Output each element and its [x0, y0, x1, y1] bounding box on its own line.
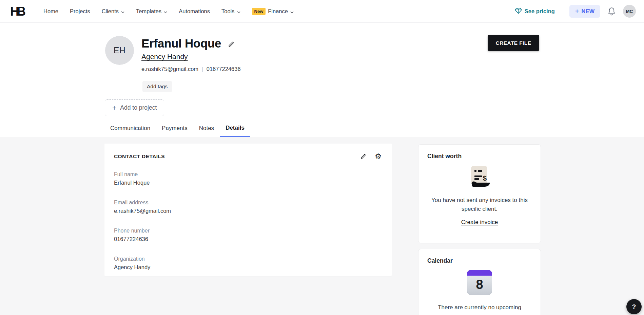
- gem-icon: [515, 7, 522, 15]
- honeybook-logo[interactable]: HB: [10, 4, 24, 19]
- field-value: 01677224636: [114, 236, 382, 242]
- nav-item-templates[interactable]: Templates: [136, 8, 167, 15]
- top-navigation: HB Home Projects Clients Templates Autom…: [0, 0, 644, 23]
- calendar-card: Calendar 8 There are currently no upcomi…: [418, 249, 541, 315]
- nav-item-label: Home: [43, 8, 58, 15]
- client-worth-message: You have not sent any invoices to this s…: [427, 196, 532, 213]
- nav-item-label: Templates: [136, 8, 161, 15]
- user-avatar[interactable]: MC: [623, 5, 636, 18]
- edit-name-pencil-icon[interactable]: [227, 40, 235, 48]
- field-label: Full name: [114, 171, 382, 178]
- edit-contact-pencil-icon[interactable]: [359, 152, 367, 161]
- client-worth-title: Client worth: [427, 153, 532, 160]
- contact-details-title: CONTACT DETAILS: [114, 153, 165, 160]
- calendar-icon-top-bar: [467, 270, 492, 276]
- contact-settings-gear-icon[interactable]: ⚙: [374, 152, 382, 161]
- nav-item-tools[interactable]: Tools: [221, 8, 240, 15]
- nav-item-clients[interactable]: Clients: [102, 8, 124, 15]
- separator: |: [202, 67, 203, 72]
- tab-communication[interactable]: Communication: [110, 125, 150, 137]
- nav-actions: See pricing + NEW MC: [515, 5, 636, 18]
- help-button[interactable]: ?: [626, 299, 642, 314]
- tab-notes[interactable]: Notes: [199, 125, 214, 137]
- notifications-bell-icon[interactable]: [607, 7, 616, 16]
- add-to-project-button[interactable]: + Add to project: [105, 99, 164, 116]
- client-name: Erfanul Hoque: [141, 37, 221, 50]
- tab-details[interactable]: Details: [220, 125, 250, 137]
- add-to-project-label: Add to project: [120, 104, 157, 111]
- field-full-name: Full name Erfanul Hoque: [114, 171, 382, 186]
- see-pricing-label: See pricing: [525, 8, 555, 15]
- tab-payments[interactable]: Payments: [162, 125, 188, 137]
- field-label: Organization: [114, 256, 382, 262]
- calendar-title: Calendar: [427, 257, 532, 264]
- chevron-down-icon: [237, 8, 240, 15]
- see-pricing-link[interactable]: See pricing: [515, 7, 555, 15]
- nav-item-automations[interactable]: Automations: [179, 8, 210, 15]
- chevron-down-icon: [290, 8, 294, 15]
- nav-item-label: Projects: [70, 8, 90, 15]
- chevron-down-icon: [164, 8, 167, 15]
- new-badge: New: [252, 8, 266, 15]
- calendar-message: There are currently no upcoming: [427, 303, 532, 312]
- details-content: CONTACT DETAILS ⚙ Full name Erfanul Hoqu…: [0, 137, 644, 315]
- svg-text:$: $: [483, 174, 487, 182]
- nav-item-home[interactable]: Home: [43, 8, 58, 15]
- client-email: e.rashik75@gmail.com: [141, 66, 198, 72]
- new-button[interactable]: + NEW: [569, 5, 600, 18]
- chevron-down-icon: [121, 8, 124, 15]
- field-value: Erfanul Hoque: [114, 180, 382, 186]
- create-file-button[interactable]: CREATE FILE: [488, 35, 539, 51]
- nav-item-label: Tools: [221, 8, 235, 15]
- field-value: Agency Handy: [114, 264, 382, 271]
- client-contact-line: e.rashik75@gmail.com | 01677224636: [141, 66, 241, 72]
- field-phone-number: Phone number 01677224636: [114, 228, 382, 242]
- field-value: e.rashik75@gmail.com: [114, 208, 382, 214]
- nav-menu: Home Projects Clients Templates Automati…: [43, 8, 294, 15]
- nav-item-finance[interactable]: New Finance: [252, 8, 294, 15]
- nav-item-projects[interactable]: Projects: [70, 8, 90, 15]
- contact-details-card: CONTACT DETAILS ⚙ Full name Erfanul Hoqu…: [104, 144, 392, 276]
- client-worth-card: Client worth $ You have not sent any inv…: [418, 144, 541, 243]
- client-avatar: EH: [105, 36, 134, 65]
- field-label: Phone number: [114, 228, 382, 234]
- new-button-label: NEW: [582, 8, 595, 15]
- invoice-icon: $: [468, 165, 491, 189]
- client-phone: 01677224636: [207, 66, 241, 72]
- calendar-icon: 8: [467, 270, 492, 295]
- field-email-address: Email address e.rashik75@gmail.com: [114, 200, 382, 214]
- field-organization: Organization Agency Handy: [114, 256, 382, 271]
- client-tabs: Communication Payments Notes Details: [110, 125, 245, 137]
- client-company-link[interactable]: Agency Handy: [141, 53, 188, 61]
- nav-divider: [562, 6, 562, 16]
- nav-item-label: Automations: [179, 8, 210, 15]
- plus-icon: +: [112, 105, 116, 111]
- client-header: EH Erfanul Hoque Agency Handy e.rashik75…: [0, 23, 644, 137]
- field-label: Email address: [114, 200, 382, 206]
- plus-icon: +: [575, 8, 579, 14]
- nav-item-label: Clients: [102, 8, 119, 15]
- create-invoice-link[interactable]: Create invoice: [427, 219, 532, 226]
- calendar-icon-day: 8: [467, 276, 492, 293]
- nav-item-label: Finance: [268, 8, 288, 15]
- add-tags-button[interactable]: Add tags: [142, 81, 172, 92]
